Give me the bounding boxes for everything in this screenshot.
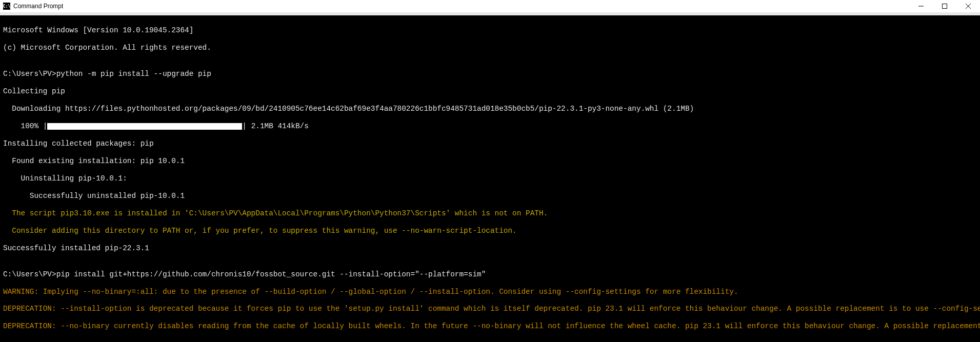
output-line: Found existing installation: pip 10.0.1 (3, 157, 977, 166)
command-text: python -m pip install --upgrade pip (56, 70, 211, 78)
output-line: Installing collected packages: pip (3, 139, 977, 148)
svg-rect-1 (943, 4, 947, 9)
minimize-button[interactable] (909, 0, 933, 12)
command-text: pip install git+https://github.com/chron… (56, 270, 486, 278)
output-line: (c) Microsoft Corporation. All rights re… (3, 44, 977, 52)
maximize-button[interactable] (933, 0, 956, 12)
output-line: Successfully uninstalled pip-10.0.1 (3, 192, 977, 200)
output-line: Collecting pip (3, 87, 977, 96)
warning-line: WARNING: Implying --no-binary=:all: due … (3, 288, 977, 296)
prompt: C:\Users\PV> (3, 70, 56, 78)
output-line: Downloading https://files.pythonhosted.o… (3, 105, 977, 113)
progress-bar (47, 123, 242, 130)
terminal-area[interactable]: Microsoft Windows [Version 10.0.19045.23… (0, 15, 980, 342)
window-title: Command Prompt (13, 3, 63, 10)
output-line: Microsoft Windows [Version 10.0.19045.23… (3, 26, 977, 35)
deprecation-line: DEPRECATION: --install-option is depreca… (3, 305, 977, 313)
prompt-line: C:\Users\PV>pip install git+https://gith… (3, 270, 977, 279)
close-button[interactable] (956, 0, 980, 12)
warning-line: The script pip3.10.exe is installed in '… (3, 209, 977, 218)
output-line: Successfully installed pip-22.3.1 (3, 244, 977, 253)
prompt-line: C:\Users\PV>python -m pip install --upgr… (3, 70, 977, 78)
window-titlebar: C:\ Command Prompt (0, 0, 980, 12)
deprecation-line: DEPRECATION: --no-binary currently disab… (3, 322, 977, 331)
warning-line: Consider adding this directory to PATH o… (3, 227, 977, 235)
titlebar-left: C:\ Command Prompt (3, 3, 63, 10)
output-line: Uninstalling pip-10.0.1: (3, 174, 977, 183)
progress-percent: 100% | (3, 122, 47, 130)
progress-stats: | 2.1MB 414kB/s (242, 122, 309, 130)
titlebar-controls (909, 0, 980, 12)
prompt: C:\Users\PV> (3, 270, 56, 278)
progress-line: 100% || 2.1MB 414kB/s (3, 122, 977, 131)
cmd-icon: C:\ (3, 3, 10, 10)
